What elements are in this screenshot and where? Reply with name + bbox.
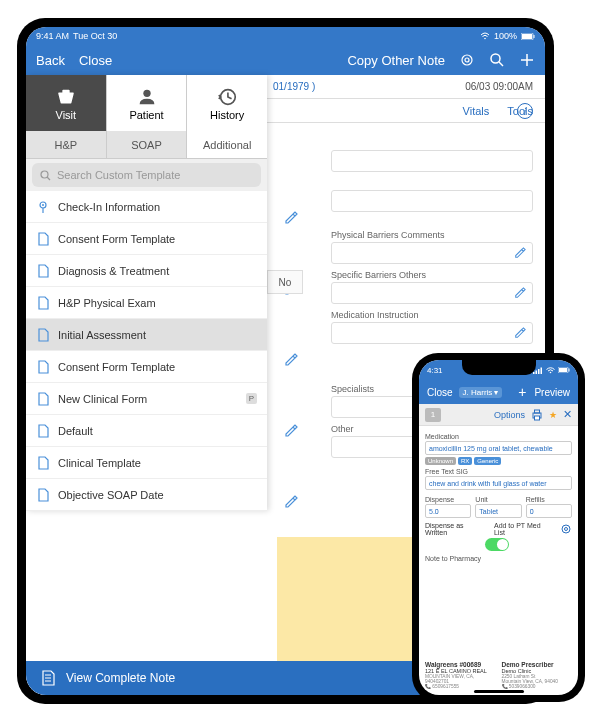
search-input[interactable]: Search Custom Template — [32, 163, 261, 187]
tag-unknown[interactable]: Unknown — [425, 457, 456, 465]
svg-rect-19 — [533, 372, 535, 374]
field-input[interactable] — [331, 190, 533, 212]
ipad-status-bar: 9:41 AM Tue Oct 30 100% — [26, 27, 545, 45]
close-button[interactable]: Close — [79, 53, 112, 68]
template-item[interactable]: Consent Form Template — [26, 223, 267, 255]
iphone-device-frame: 4:31 Close J. Harris▾ + Preview 1 Option… — [412, 353, 585, 702]
template-label: New Clinical Form — [58, 393, 147, 405]
svg-point-15 — [41, 171, 48, 178]
svg-point-31 — [565, 528, 568, 531]
dispense-written-label: Dispense as Written — [425, 522, 484, 536]
template-item[interactable]: H&P Physical Exam — [26, 287, 267, 319]
svg-rect-25 — [559, 368, 567, 372]
vitals-link[interactable]: Vitals — [463, 105, 490, 117]
template-item[interactable]: Initial Assessment — [26, 319, 267, 351]
field-input[interactable] — [331, 242, 533, 264]
template-item[interactable]: New Clinical FormP — [26, 383, 267, 415]
print-icon[interactable] — [531, 409, 543, 421]
pharmacy-block[interactable]: Walgreens #00689 121 E EL CAMINO REAL MO… — [425, 661, 496, 689]
svg-point-5 — [465, 58, 469, 62]
template-item[interactable]: Default — [26, 415, 267, 447]
edit-icon[interactable] — [278, 489, 304, 515]
view-complete-note-label: View Complete Note — [66, 671, 175, 685]
add-pt-toggle[interactable] — [485, 538, 509, 551]
ipad-top-nav: Back Close Copy Other Note — [26, 45, 545, 75]
tab-soap[interactable]: SOAP — [107, 131, 188, 158]
tag-rx[interactable]: RX — [458, 457, 472, 465]
svg-point-6 — [491, 54, 500, 63]
star-icon[interactable]: ★ — [549, 410, 557, 420]
svg-point-18 — [42, 204, 44, 206]
pharmacy-prescriber-row: Walgreens #00689 121 E EL CAMINO REAL MO… — [425, 661, 572, 689]
gear-icon[interactable] — [459, 52, 475, 68]
template-item[interactable]: Clinical Template — [26, 447, 267, 479]
options-button[interactable]: Options — [494, 410, 525, 420]
field-input[interactable] — [331, 322, 533, 344]
refills-input[interactable]: 0 — [526, 504, 572, 518]
tag-generic[interactable]: Generic — [474, 457, 501, 465]
close-icon[interactable]: ✕ — [563, 408, 572, 421]
info-icon[interactable]: i — [517, 103, 533, 119]
edit-icon[interactable] — [278, 205, 304, 231]
rx-count[interactable]: 1 — [425, 408, 441, 422]
prescriber-block[interactable]: Demo Prescriber Demo Clinic 2250 Latham … — [502, 661, 573, 689]
add-pt-label: Add to PT Med List — [494, 522, 550, 536]
edit-icon[interactable] — [514, 247, 526, 259]
copy-other-note-button[interactable]: Copy Other Note — [347, 53, 445, 68]
tab-history[interactable]: History — [187, 75, 267, 131]
template-label: Diagnosis & Treatment — [58, 265, 169, 277]
template-item[interactable]: Diagnosis & Treatment — [26, 255, 267, 287]
medication-input[interactable]: amoxicillin 125 mg oral tablet, chewable — [425, 441, 572, 455]
search-row: Search Custom Template — [26, 159, 267, 191]
svg-rect-28 — [535, 410, 540, 413]
plus-button[interactable]: + — [518, 384, 526, 400]
template-label: Consent Form Template — [58, 233, 175, 245]
template-label: Check-In Information — [58, 201, 160, 213]
svg-rect-3 — [534, 35, 535, 38]
iphone-toolbar: 1 Options ★ ✕ — [419, 404, 578, 426]
no-value-box[interactable]: No — [267, 270, 303, 294]
template-item[interactable]: Objective SOAP Date — [26, 479, 267, 511]
secondary-tabs: H&P SOAP Additional — [26, 131, 267, 159]
svg-rect-22 — [541, 367, 543, 374]
preview-button[interactable]: Preview — [534, 387, 570, 398]
edit-icon[interactable] — [514, 287, 526, 299]
tab-visit[interactable]: Visit — [26, 75, 107, 131]
notch — [462, 360, 536, 375]
back-button[interactable]: Back — [36, 53, 65, 68]
svg-point-23 — [550, 371, 552, 373]
iphone-body: Medication amoxicillin 125 mg oral table… — [419, 426, 578, 566]
edit-icon[interactable] — [278, 347, 304, 373]
tab-additional[interactable]: Additional — [187, 131, 267, 158]
dispense-input[interactable]: 5.0 — [425, 504, 471, 518]
med-tags: Unknown RX Generic — [425, 457, 572, 465]
template-item[interactable]: Check-In Information — [26, 191, 267, 223]
field-label: Physical Barriers Comments — [331, 230, 533, 240]
tab-hp[interactable]: H&P — [26, 131, 107, 158]
template-label: H&P Physical Exam — [58, 297, 156, 309]
refills-label: Refills — [526, 496, 572, 503]
gear-icon[interactable] — [560, 523, 572, 535]
template-item[interactable]: Consent Form Template — [26, 351, 267, 383]
edit-icon[interactable] — [278, 418, 304, 444]
patient-pill[interactable]: J. Harris▾ — [459, 387, 503, 398]
field-input[interactable] — [331, 282, 533, 304]
tab-patient[interactable]: Patient — [107, 75, 188, 131]
field-input[interactable] — [331, 150, 533, 172]
svg-rect-2 — [522, 34, 532, 39]
search-placeholder: Search Custom Template — [57, 169, 180, 181]
svg-point-30 — [562, 525, 570, 533]
svg-point-13 — [143, 89, 150, 96]
svg-rect-20 — [536, 370, 538, 374]
search-icon[interactable] — [489, 52, 505, 68]
sig-input[interactable]: chew and drink with full glass of water — [425, 476, 572, 490]
edit-icon[interactable] — [514, 327, 526, 339]
plus-icon[interactable] — [519, 52, 535, 68]
sig-label: Free Text SIG — [425, 468, 572, 475]
left-edit-column — [278, 205, 304, 515]
template-list: Check-In InformationConsent Form Templat… — [26, 191, 267, 511]
iphone-top-nav: Close J. Harris▾ + Preview — [419, 380, 578, 404]
close-button[interactable]: Close — [427, 387, 453, 398]
unit-input[interactable]: Tablet — [475, 504, 521, 518]
template-side-panel: Visit Patient History H&P SOAP Additiona… — [26, 75, 267, 511]
